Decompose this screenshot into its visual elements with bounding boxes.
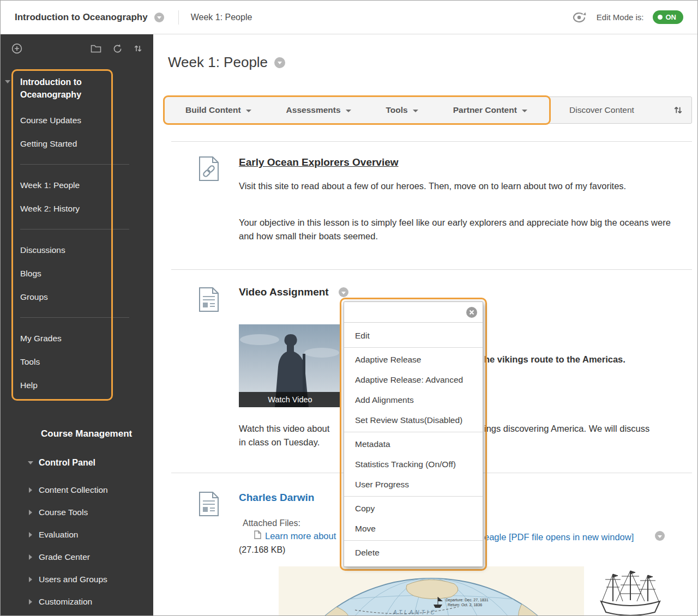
- video-thumbnail[interactable]: Watch Video: [239, 324, 341, 407]
- partner-content-button[interactable]: Partner Content: [453, 105, 527, 115]
- sidebar-item-customization[interactable]: Customization: [29, 590, 134, 613]
- menu-item-statistics-tracking[interactable]: Statistics Tracking (On/Off): [344, 454, 483, 474]
- chevron-right-icon: [29, 599, 32, 605]
- course-management-title: Course Management: [41, 427, 134, 440]
- sidebar-item-week-1[interactable]: Week 1: People: [20, 173, 134, 197]
- refresh-icon[interactable]: [112, 44, 123, 54]
- item-title-early-ocean-explorers[interactable]: Early Ocean Explorers Overview: [239, 156, 399, 168]
- sidebar-item-tools[interactable]: Tools: [20, 350, 134, 373]
- list-divider: [171, 269, 692, 270]
- sidebar-item-my-grades[interactable]: My Grades: [20, 327, 134, 350]
- page-title-menu-chevron-icon[interactable]: [274, 57, 285, 68]
- file-menu-chevron-icon[interactable]: [655, 531, 665, 541]
- discover-content-button[interactable]: Discover Content: [569, 97, 634, 123]
- collapse-menu-icon[interactable]: [5, 80, 10, 83]
- content-document-icon: [198, 491, 220, 519]
- pdf-link-fragment[interactable]: eagle [PDF file opens in new window]: [484, 532, 634, 542]
- menu-item-move[interactable]: Move: [344, 518, 483, 539]
- add-menu-item-icon[interactable]: [11, 43, 22, 54]
- chevron-right-icon: [29, 532, 32, 538]
- sidebar-item-discussions[interactable]: Discussions: [20, 238, 134, 262]
- course-title: Introduction to Oceanography: [15, 12, 148, 23]
- tools-button[interactable]: Tools: [386, 105, 418, 115]
- breadcrumb: Week 1: People: [191, 13, 252, 22]
- menu-divider: [20, 229, 129, 230]
- blackboard-course-screen: Introduction to Oceanography Week 1: Peo…: [0, 0, 698, 616]
- text-fragment: Watch this video about: [239, 422, 329, 436]
- content-document-icon: [198, 287, 220, 315]
- list-divider: [171, 141, 692, 142]
- file-size: (27.168 KB): [239, 545, 285, 555]
- context-menu-header: [344, 302, 483, 323]
- sidebar-item-week-2[interactable]: Week 2: History: [20, 197, 134, 220]
- sidebar-item-control-panel[interactable]: Control Panel: [28, 456, 134, 469]
- top-header: Introduction to Oceanography Week 1: Peo…: [1, 1, 697, 34]
- menu-divider: [344, 540, 483, 541]
- ship-illustration: [598, 567, 663, 616]
- chevron-right-icon: [29, 510, 32, 515]
- svg-text:Departure: Dec. 27, 1831: Departure: Dec. 27, 1831: [446, 598, 489, 602]
- world-map-image: Departure: Dec. 27, 1831 Return: Oct. 2,…: [279, 566, 584, 616]
- sidebar-item-users-and-groups[interactable]: Users and Groups: [29, 568, 134, 590]
- sort-items-icon[interactable]: [673, 105, 683, 118]
- text-fragment: in class on Tuesday.: [239, 436, 320, 449]
- sidebar-item-evaluation[interactable]: Evaluation: [29, 523, 134, 546]
- sidebar-item-course-tools[interactable]: Course Tools: [29, 501, 134, 523]
- menu-item-adaptive-release-advanced[interactable]: Adaptive Release: Advanced: [344, 370, 483, 390]
- reorder-arrows-icon[interactable]: [134, 44, 142, 53]
- svg-text:Return: Oct. 2, 1836: Return: Oct. 2, 1836: [448, 603, 482, 607]
- svg-text:ATLANTIC: ATLANTIC: [393, 609, 437, 615]
- sidebar-item-groups[interactable]: Groups: [20, 285, 134, 309]
- menu-item-edit[interactable]: Edit: [344, 325, 483, 346]
- sidebar-item-getting-started[interactable]: Getting Started: [20, 132, 134, 155]
- assessments-button[interactable]: Assessments: [286, 105, 351, 115]
- sidebar-toolbar: [1, 34, 153, 63]
- chevron-down-icon: [346, 110, 351, 112]
- file-icon: [254, 530, 261, 541]
- menu-item-metadata[interactable]: Metadata: [344, 434, 483, 454]
- menu-item-copy[interactable]: Copy: [344, 498, 483, 518]
- close-icon[interactable]: [466, 307, 477, 318]
- sidebar-item-blogs[interactable]: Blogs: [20, 262, 134, 285]
- course-title-menu-chevron-icon[interactable]: [154, 13, 164, 22]
- item-title-charles-darwin[interactable]: Charles Darwin: [239, 492, 314, 504]
- sidebar-item-course-updates[interactable]: Course Updates: [20, 108, 134, 132]
- menu-item-adaptive-release[interactable]: Adaptive Release: [344, 349, 483, 370]
- sidebar-item-content-collection[interactable]: Content Collection: [29, 479, 134, 501]
- menu-item-add-alignments[interactable]: Add Alignments: [344, 390, 483, 410]
- menu-item-set-review-status[interactable]: Set Review Status(Disabled): [344, 410, 483, 430]
- page-title: Week 1: People: [168, 54, 268, 71]
- menu-item-user-progress[interactable]: User Progress: [344, 474, 483, 494]
- item-title-video-assignment: Video Assignment: [239, 286, 329, 298]
- menu-item-delete[interactable]: Delete: [344, 542, 483, 563]
- item-paragraph: Your objective in this lesson is to simp…: [239, 216, 675, 243]
- expand-down-icon: [28, 461, 33, 464]
- item-paragraph: Visit this site to read about a few of o…: [239, 179, 642, 193]
- sidebar: Introduction to Oceanography Course Upda…: [1, 34, 153, 616]
- text-fragment: he vikings route to the Americas.: [484, 353, 625, 366]
- sidebar-item-course-home[interactable]: Introduction to Oceanography: [20, 76, 112, 101]
- text-fragment: ings discovering America. We will discus…: [484, 422, 649, 436]
- build-content-button[interactable]: Build Content: [185, 105, 251, 115]
- item-menu-chevron-icon[interactable]: [339, 287, 348, 297]
- sidebar-item-help[interactable]: Help: [20, 373, 134, 397]
- toggle-dot-icon: [658, 15, 663, 20]
- chevron-right-icon: [29, 487, 32, 493]
- folder-view-icon[interactable]: [91, 44, 101, 53]
- menu-divider: [344, 496, 483, 497]
- chevron-down-icon: [413, 110, 418, 112]
- edit-mode-label: Edit Mode is:: [597, 13, 644, 22]
- header-right-group: Edit Mode is: ON: [570, 10, 683, 24]
- menu-divider: [344, 347, 483, 348]
- watch-video-caption[interactable]: Watch Video: [239, 392, 341, 407]
- student-preview-icon[interactable]: [570, 11, 588, 24]
- context-menu: Edit Adaptive Release Adaptive Release: …: [340, 298, 487, 571]
- menu-divider: [20, 164, 129, 165]
- sidebar-item-grade-center[interactable]: Grade Center: [29, 546, 134, 568]
- link-document-icon: [198, 156, 220, 184]
- action-bar: Build Content Assessments Tools Partner …: [164, 96, 692, 124]
- pdf-link-fragment[interactable]: Learn more about: [265, 531, 336, 541]
- chevron-right-icon: [29, 554, 32, 560]
- header-divider: [178, 10, 179, 25]
- edit-mode-toggle[interactable]: ON: [653, 10, 684, 24]
